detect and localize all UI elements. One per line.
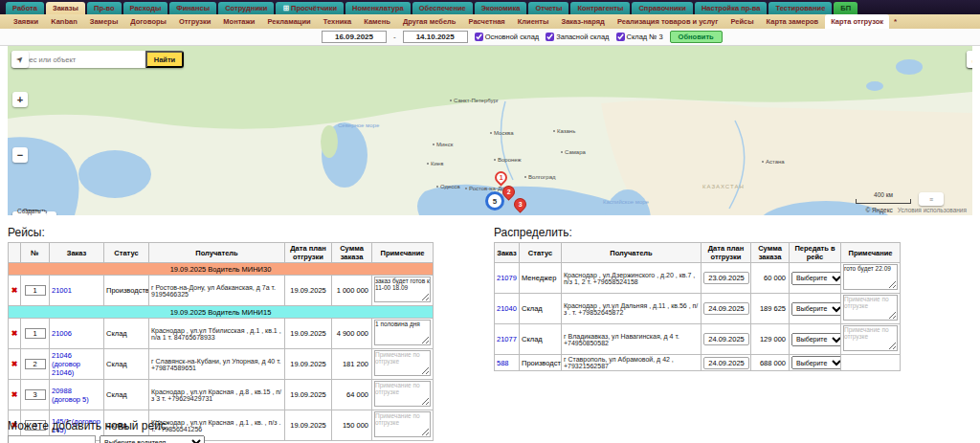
geolocate-button[interactable]: ➤ bbox=[11, 51, 29, 68]
tab-kontragenty[interactable]: Контрагенты bbox=[570, 2, 630, 14]
zoom-in-button[interactable]: + bbox=[12, 92, 28, 107]
transfer-trip-select[interactable]: Выберите рейс ... bbox=[791, 272, 841, 285]
tab-testirovanie[interactable]: Тестирование bbox=[768, 2, 832, 14]
trip-note-textarea[interactable] bbox=[374, 350, 431, 376]
subtab-reysy[interactable]: Рейсы bbox=[724, 14, 759, 29]
tab-otchety[interactable]: Отчеты bbox=[528, 2, 568, 14]
tab-spravochniki[interactable]: Справочники bbox=[632, 2, 692, 14]
subtab-drugaya-mebel[interactable]: Другая мебель bbox=[397, 14, 462, 29]
subtab-tehnika[interactable]: Техника bbox=[318, 14, 358, 29]
subtab-zamery[interactable]: Замеры bbox=[84, 14, 124, 29]
tab-nastroyka-prva[interactable]: Настройка пр-ва bbox=[695, 2, 768, 14]
map-label-sea: Северное море bbox=[338, 122, 379, 128]
distribute-table: Заказ Статус Получатель Дата план отгруз… bbox=[494, 242, 901, 371]
order-link[interactable]: 21001 bbox=[52, 286, 72, 295]
terms-link[interactable]: Условия использования bbox=[898, 207, 967, 213]
warehouse-reserve-checkbox[interactable]: Запасной склад bbox=[546, 33, 609, 41]
transfer-trip-select[interactable]: Выберите рейс ... bbox=[791, 356, 841, 369]
tab-rashody[interactable]: Расходы bbox=[123, 2, 168, 14]
trip-num-input[interactable] bbox=[25, 359, 46, 369]
map-mini-button[interactable]: ≡ bbox=[919, 192, 944, 206]
filter-bar: - Основной склад Запасной склад Склад № … bbox=[0, 29, 980, 46]
trip-note-textarea[interactable] bbox=[374, 381, 431, 407]
delete-icon[interactable]: ✖ bbox=[9, 276, 21, 306]
fullscreen-button[interactable]: ⤢ bbox=[967, 51, 972, 68]
refresh-button[interactable]: Обновить bbox=[670, 31, 723, 43]
subtab-reklamacii[interactable]: Рекламации bbox=[261, 14, 316, 29]
date-to-input[interactable] bbox=[403, 31, 468, 43]
distribute-note-textarea[interactable]: гото будет 22.09 bbox=[843, 264, 898, 290]
warehouse-3-checkbox[interactable]: Склад № 3 bbox=[616, 33, 663, 41]
warehouse-main-checkbox[interactable]: Основной склад bbox=[475, 33, 540, 41]
order-link[interactable]: 20988 (договор 5) bbox=[52, 387, 89, 404]
trips-header-num: № bbox=[21, 243, 50, 263]
order-link[interactable]: 588 bbox=[497, 359, 509, 367]
distribute-note-textarea[interactable] bbox=[843, 325, 898, 351]
subtab-realizaciya[interactable]: Реализация товаров и услуг bbox=[612, 14, 724, 29]
order-link[interactable]: 21040 bbox=[497, 304, 517, 313]
transfer-trip-select[interactable]: Выберите рейс ... bbox=[791, 333, 841, 346]
subtab-kanban[interactable]: Kanban bbox=[45, 14, 83, 29]
subtab-new[interactable]: * bbox=[890, 14, 901, 29]
trip-note-textarea[interactable]: 1 половина дня bbox=[374, 320, 431, 345]
tab-nomenklatura[interactable]: Номенклатура bbox=[345, 2, 411, 14]
transfer-trip-select[interactable]: Выберите рейс ... bbox=[791, 302, 841, 316]
plan-date-input[interactable] bbox=[703, 357, 749, 369]
distribute-note-textarea[interactable] bbox=[843, 295, 898, 321]
date-from-input[interactable] bbox=[322, 31, 387, 43]
trip-num-input[interactable] bbox=[25, 389, 46, 400]
map-label-city: Самара bbox=[561, 149, 586, 155]
trip-note-textarea[interactable] bbox=[374, 411, 431, 437]
tab-ekonomika[interactable]: Экономика bbox=[475, 2, 527, 14]
distribute-status: Склад bbox=[520, 324, 562, 355]
map-canvas[interactable]: Санкт-Петербург Северное море Минск Моск… bbox=[8, 46, 972, 215]
distribute-title: Распределить: bbox=[494, 226, 902, 239]
tab-rabota[interactable]: Работа bbox=[6, 2, 44, 14]
tab-finansy[interactable]: Финансы bbox=[169, 2, 216, 14]
subtab-karta-otgruzok[interactable]: Карта отгрузок bbox=[825, 14, 889, 29]
order-link[interactable]: 21077 bbox=[497, 335, 517, 343]
warehouse-reserve-box[interactable] bbox=[546, 33, 554, 41]
trip-group-row: 19.09.2025 Водитель МИНИ30 bbox=[9, 263, 434, 276]
tab-obespechenie[interactable]: Обеспечение bbox=[412, 2, 473, 14]
subtab-montazhi[interactable]: Монтажи bbox=[217, 14, 260, 29]
subtab-otgruzki[interactable]: Отгрузки bbox=[173, 14, 216, 29]
distribute-sum: 60 000 bbox=[751, 263, 790, 294]
trip-num-input[interactable] bbox=[25, 328, 46, 339]
warehouse-main-box[interactable] bbox=[475, 33, 483, 41]
order-link[interactable]: 21046 (договор 21046) bbox=[52, 351, 80, 377]
subtab-zakaz-naryad[interactable]: Заказ-наряд bbox=[555, 14, 610, 29]
trip-note-textarea[interactable]: заказ будет готов к 11-00 18.09 bbox=[374, 277, 431, 302]
tab-proschetchiki[interactable]: ⊞Просчётчики bbox=[276, 2, 344, 14]
find-button[interactable]: Найти bbox=[145, 51, 184, 68]
subtab-karta-zamerov[interactable]: Карта замеров bbox=[761, 14, 825, 29]
tab-sotrudniki[interactable]: Сотрудники bbox=[218, 2, 274, 14]
delete-icon[interactable]: ✖ bbox=[9, 349, 21, 380]
map-search-input[interactable] bbox=[11, 51, 145, 68]
tab-zakazy[interactable]: Заказы bbox=[46, 2, 85, 14]
new-trip-date-input[interactable] bbox=[8, 435, 96, 443]
tab-prvo[interactable]: Пр-во bbox=[87, 2, 122, 14]
zoom-out-button[interactable]: − bbox=[12, 147, 28, 163]
trip-num-input[interactable] bbox=[25, 285, 46, 296]
subtab-klienty[interactable]: Клиенты bbox=[512, 14, 555, 29]
map-cluster-marker[interactable]: 5 bbox=[485, 191, 504, 210]
plan-date-input[interactable] bbox=[703, 272, 749, 284]
order-link[interactable]: 21079 bbox=[497, 274, 517, 282]
subtab-dogovory[interactable]: Договоры bbox=[124, 14, 172, 29]
delete-icon[interactable]: ✖ bbox=[9, 319, 21, 349]
plan-date-input[interactable] bbox=[703, 333, 749, 345]
tab-bp[interactable]: БП bbox=[834, 2, 858, 14]
warehouse-3-box[interactable] bbox=[616, 33, 625, 41]
order-link[interactable]: 21006 bbox=[52, 329, 72, 338]
create-map-link[interactable]: Создать свою карту bbox=[12, 211, 46, 215]
subtab-kamen[interactable]: Камень bbox=[358, 14, 396, 29]
delete-icon[interactable]: ✖ bbox=[9, 380, 21, 410]
driver-select[interactable]: Выберите водителя ... bbox=[100, 435, 205, 443]
distribute-status: Менеджер bbox=[520, 263, 562, 294]
table-row: ✖ 21046 (договор 21046) Склад г Славянск… bbox=[9, 349, 434, 380]
subtab-zayavki[interactable]: Заявки bbox=[8, 14, 44, 29]
plan-date-input[interactable] bbox=[703, 302, 749, 315]
grid-icon: ⊞ bbox=[282, 4, 289, 12]
subtab-raschetnaya[interactable]: Расчетная bbox=[462, 14, 510, 29]
